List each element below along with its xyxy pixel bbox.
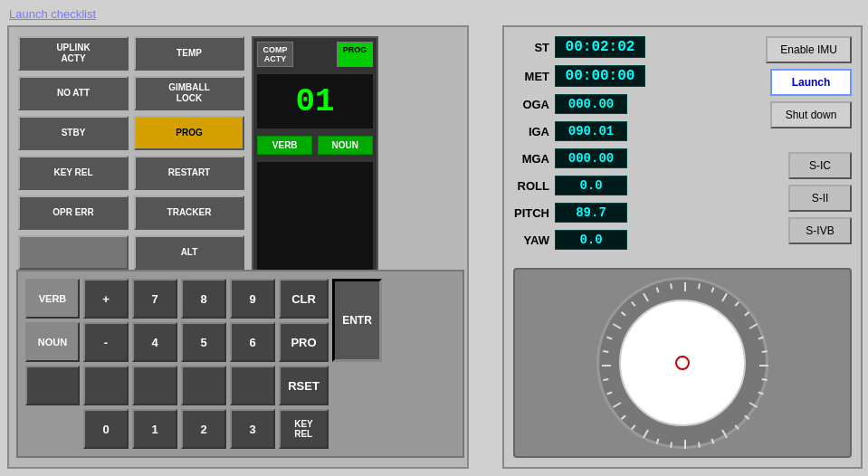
sivb-btn[interactable]: S-IVB — [788, 217, 852, 244]
oga-value: 000.00 — [555, 94, 627, 114]
pitch-value: 89.7 — [555, 203, 627, 223]
svg-line-25 — [607, 392, 613, 394]
svg-line-32 — [632, 302, 635, 307]
yaw-row: YAW 0.0 — [513, 230, 743, 250]
zero-key[interactable]: 0 — [83, 409, 129, 449]
nine-key[interactable]: 9 — [230, 279, 275, 319]
iga-row: IGA 090.01 — [513, 121, 743, 141]
minus-key[interactable]: - — [83, 322, 129, 362]
gimball-lock-btn[interactable]: GIMBALLLOCK — [134, 76, 244, 110]
svg-line-34 — [657, 288, 659, 293]
svg-line-22 — [632, 425, 635, 430]
yaw-label: YAW — [513, 233, 549, 247]
six-key[interactable]: 6 — [230, 322, 275, 362]
dsky-verb-noun: VERB NOUN — [253, 132, 377, 158]
keypad-area: VERB + 7 8 9 CLR ENTR NOUN - 4 5 6 PRO R… — [16, 270, 464, 458]
dsky-top: COMPACTY PROG — [253, 38, 377, 71]
stby-btn[interactable]: STBY — [18, 116, 129, 150]
met-label: MET — [513, 70, 549, 83]
alt-btn[interactable]: ALT — [134, 235, 244, 270]
plus-key[interactable]: + — [83, 279, 129, 319]
svg-line-28 — [603, 351, 608, 352]
svg-line-1 — [699, 283, 700, 289]
svg-line-14 — [735, 425, 739, 430]
key-rel-btn[interactable]: KEY REL — [18, 156, 129, 190]
empty-btn-1 — [18, 235, 129, 270]
svg-line-4 — [735, 302, 739, 307]
ctrl-row-5: OPR ERR TRACKER — [18, 195, 244, 230]
dsky-verb-btn[interactable]: VERB — [257, 136, 312, 155]
svg-line-30 — [613, 324, 621, 328]
svg-line-29 — [607, 338, 613, 339]
pitch-row: PITCH 89.7 — [513, 203, 743, 223]
empty-key-6 — [181, 366, 226, 405]
launch-btn[interactable]: Launch — [770, 69, 852, 96]
temp-btn[interactable]: TEMP — [134, 36, 244, 71]
mga-value: 000.00 — [555, 148, 627, 168]
launch-checklist-link[interactable]: Launch checklist — [9, 7, 96, 21]
att-circle-inner — [619, 300, 746, 426]
noun-key[interactable]: NOUN — [25, 322, 80, 362]
stage-buttons: S-IC S-II S-IVB — [788, 152, 852, 244]
svg-line-13 — [745, 415, 749, 419]
ctrl-row-2: NO ATT GIMBALLLOCK — [18, 76, 244, 110]
entr-key[interactable]: ENTR — [332, 279, 382, 362]
sic-btn[interactable]: S-IC — [788, 152, 852, 179]
keypad-grid: VERB + 7 8 9 CLR ENTR NOUN - 4 5 6 PRO R… — [25, 279, 455, 449]
five-key[interactable]: 5 — [181, 322, 226, 362]
eight-key[interactable]: 8 — [181, 279, 226, 319]
svg-line-5 — [745, 312, 749, 316]
svg-line-19 — [671, 443, 672, 448]
opr-err-btn[interactable]: OPR ERR — [18, 195, 129, 230]
prog-btn[interactable]: PROG — [134, 116, 244, 150]
svg-line-7 — [758, 338, 764, 339]
enable-imu-btn[interactable]: Enable IMU — [766, 36, 852, 63]
right-top-section: ST 00:02:02 MET 00:00:00 OGA 000.00 IGA … — [513, 36, 852, 257]
att-circle-outer: (function() { const svg = document.curre… — [596, 277, 768, 449]
ctrl-row-1: UPLINKACTY TEMP — [18, 36, 244, 71]
svg-line-17 — [699, 443, 700, 448]
svg-line-15 — [722, 430, 727, 438]
svg-line-11 — [758, 392, 764, 394]
st-label: ST — [513, 41, 549, 54]
seven-key[interactable]: 7 — [132, 279, 177, 319]
sii-btn[interactable]: S-II — [788, 185, 852, 212]
shut-down-btn[interactable]: Shut down — [770, 101, 852, 129]
uplink-acty-btn[interactable]: UPLINKACTY — [18, 36, 129, 71]
svg-line-6 — [749, 324, 758, 328]
key-rel-key[interactable]: KEYREL — [279, 409, 329, 449]
iga-label: IGA — [513, 125, 549, 138]
svg-line-24 — [613, 403, 621, 407]
restart-btn[interactable]: RESTART — [134, 156, 244, 190]
ctrl-row-4: KEY REL RESTART — [18, 156, 244, 190]
ctrl-row-6: ALT — [18, 235, 244, 270]
svg-line-2 — [711, 288, 713, 293]
clr-key[interactable]: CLR — [279, 279, 329, 319]
ctrl-row-3: STBY PROG — [18, 116, 244, 150]
svg-line-16 — [711, 439, 713, 444]
prog-display-btn[interactable]: PROG — [337, 42, 373, 67]
st-row: ST 00:02:02 — [513, 36, 743, 58]
tracker-btn[interactable]: TRACKER — [134, 195, 244, 230]
buttons-section: Enable IMU Launch Shut down S-IC S-II S-… — [752, 36, 852, 257]
oga-row: OGA 000.00 — [513, 94, 743, 114]
comp-acty-btn[interactable]: COMPACTY — [257, 42, 293, 67]
svg-line-21 — [644, 430, 648, 438]
st-value: 00:02:02 — [555, 36, 645, 58]
dsky-noun-btn[interactable]: NOUN — [318, 136, 373, 155]
three-key[interactable]: 3 — [230, 409, 275, 449]
mga-label: MGA — [513, 152, 549, 166]
two-key[interactable]: 2 — [181, 409, 226, 449]
pro-key[interactable]: PRO — [279, 322, 329, 362]
svg-line-31 — [622, 312, 626, 316]
verb-key[interactable]: VERB — [25, 279, 80, 319]
four-key[interactable]: 4 — [132, 322, 177, 362]
svg-line-26 — [603, 379, 608, 380]
rset-key[interactable]: RSET — [279, 366, 329, 405]
no-att-btn[interactable]: NO ATT — [18, 76, 129, 110]
empty-key-7 — [230, 366, 275, 405]
svg-line-33 — [644, 293, 648, 301]
one-key[interactable]: 1 — [132, 409, 177, 449]
met-value: 00:00:00 — [555, 65, 645, 87]
dsky-number-display: 01 — [257, 74, 373, 129]
